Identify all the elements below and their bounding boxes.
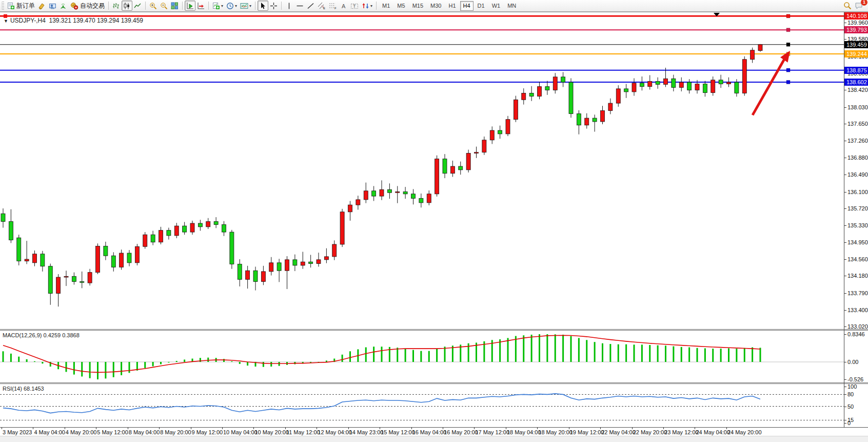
axis-tick-label: 137.260 bbox=[847, 138, 868, 144]
rsi-axis[interactable]: 1008050150 bbox=[844, 384, 868, 427]
cursor-button[interactable] bbox=[258, 1, 268, 11]
signals-button[interactable] bbox=[58, 1, 69, 11]
level-price-label: 139.244 bbox=[844, 50, 868, 57]
toolbar-separator bbox=[376, 2, 377, 10]
macd-axis[interactable]: 0.83460.00-0.526 bbox=[844, 331, 868, 382]
chart-header: ▼USDJPY-,H4 139.321 139.470 139.294 139.… bbox=[4, 17, 143, 24]
chart-shift-icon bbox=[197, 2, 205, 10]
macd-pane[interactable] bbox=[0, 331, 844, 382]
new-order-label: 新订单 bbox=[16, 2, 35, 10]
time-tick-label: 8 May 04:00 bbox=[129, 429, 160, 435]
strategy-tester-button[interactable] bbox=[47, 1, 58, 11]
chart-shift-button[interactable] bbox=[195, 1, 206, 11]
axis-tick-label: 80 bbox=[847, 391, 854, 397]
axis-tick bbox=[844, 293, 846, 294]
equidistant-channel-button[interactable]: E bbox=[316, 1, 327, 11]
time-tick-label: 4 May 20:00 bbox=[66, 429, 97, 435]
time-tick-label: 17 May 12:00 bbox=[475, 429, 509, 435]
level-price-label: 139.793 bbox=[844, 26, 868, 33]
tf-button-M15[interactable]: M15 bbox=[409, 1, 426, 11]
horizontal-line-button[interactable] bbox=[294, 1, 305, 11]
new-order-button[interactable]: 新订单 bbox=[6, 1, 36, 11]
window-bottom-strip bbox=[0, 436, 868, 442]
axis-tick-label: 0 bbox=[847, 420, 851, 426]
axis-tick-label: 135.330 bbox=[847, 222, 868, 228]
tf-button-MN[interactable]: MN bbox=[504, 1, 519, 11]
time-tick bbox=[253, 427, 254, 429]
axis-tick-label: 135.720 bbox=[847, 205, 868, 212]
axis-tick-label: 134.180 bbox=[847, 273, 868, 279]
time-tick bbox=[726, 427, 727, 429]
periods-button[interactable]: ▾ bbox=[225, 1, 239, 11]
time-tick bbox=[317, 427, 317, 429]
templates-button[interactable]: ▾ bbox=[239, 1, 253, 11]
autotrading-button[interactable]: 自动交易 bbox=[69, 1, 106, 11]
tf-button-W1[interactable]: W1 bbox=[489, 1, 504, 11]
horizontal-line-icon bbox=[296, 2, 304, 10]
axis-tick-label: 133.790 bbox=[847, 290, 868, 296]
vertical-line-icon bbox=[285, 2, 293, 10]
time-tick-label: 5 May 12:00 bbox=[97, 429, 128, 435]
tile-windows-button[interactable] bbox=[169, 1, 180, 11]
time-tick-label: 10 May 04:00 bbox=[223, 429, 258, 435]
axis-tick bbox=[844, 141, 846, 141]
periods-icon bbox=[226, 2, 234, 10]
tf-button-H4[interactable]: H4 bbox=[460, 1, 474, 11]
search-button[interactable] bbox=[842, 1, 853, 11]
main-price-chart[interactable] bbox=[0, 12, 844, 329]
time-tick bbox=[380, 427, 380, 429]
tf-button-D1[interactable]: D1 bbox=[475, 1, 488, 11]
time-tick-label: 3 May 2023 bbox=[3, 429, 32, 435]
zoom-out-button[interactable] bbox=[159, 1, 169, 11]
crosshair-button[interactable] bbox=[268, 1, 279, 11]
axis-tick bbox=[844, 362, 846, 362]
level-price-label: 138.875 bbox=[844, 67, 868, 74]
candlestick-chart-button[interactable] bbox=[122, 1, 132, 11]
tf-button-M1[interactable]: M1 bbox=[379, 1, 393, 11]
line-chart-button[interactable] bbox=[132, 1, 143, 11]
time-tick bbox=[411, 427, 412, 429]
axis-tick bbox=[844, 379, 846, 380]
tf-button-H1[interactable]: H1 bbox=[445, 1, 459, 11]
time-tick bbox=[695, 427, 695, 429]
auto-scroll-button[interactable] bbox=[185, 1, 195, 11]
time-tick-label: 24 May 04:00 bbox=[696, 429, 730, 435]
candlestick-chart-icon bbox=[123, 2, 131, 10]
tf-button-M5[interactable]: M5 bbox=[394, 1, 408, 11]
vertical-line-button[interactable] bbox=[284, 1, 294, 11]
axis-tick bbox=[844, 158, 846, 158]
time-axis[interactable]: 3 May 20234 May 04:004 May 20:005 May 12… bbox=[0, 428, 868, 436]
time-tick-label: 18 May 04:00 bbox=[507, 429, 541, 435]
styler-button[interactable] bbox=[36, 1, 47, 11]
trendline-icon bbox=[307, 2, 314, 10]
chat-button[interactable]: 1 bbox=[853, 1, 865, 11]
arrow-objects-button[interactable]: ▾ bbox=[360, 1, 374, 11]
zoom-in-button[interactable] bbox=[148, 1, 159, 11]
text-label-button[interactable]: T bbox=[349, 1, 360, 11]
bar-chart-button[interactable] bbox=[111, 1, 122, 11]
toolbar-grip[interactable] bbox=[2, 2, 4, 10]
fibonacci-button[interactable]: F bbox=[327, 1, 339, 11]
tf-button-M30[interactable]: M30 bbox=[427, 1, 444, 11]
axis-tick bbox=[844, 23, 846, 23]
price-axis[interactable]: 139.960139.580139.190138.800138.420138.0… bbox=[844, 12, 868, 329]
axis-tick bbox=[844, 310, 846, 311]
axis-tick-label: 133.400 bbox=[847, 307, 868, 313]
rsi-pane[interactable] bbox=[0, 384, 844, 427]
indicators-button[interactable]: ▾ bbox=[211, 1, 225, 11]
time-tick bbox=[663, 427, 664, 429]
axis-tick bbox=[844, 242, 846, 243]
level-lines-layer bbox=[0, 14, 844, 84]
trendline-button[interactable] bbox=[305, 1, 316, 11]
level-handle bbox=[786, 43, 790, 46]
rsi-label: RSI(14) 68.1453 bbox=[3, 386, 44, 392]
text-label-icon: T bbox=[350, 2, 359, 10]
toolbar-separator bbox=[255, 2, 255, 10]
time-tick-label: 12 May 04:00 bbox=[318, 429, 352, 435]
symbol-dropdown-icon[interactable]: ▼ bbox=[4, 18, 8, 24]
chevron-down-icon: ▾ bbox=[370, 4, 372, 8]
text-button[interactable]: A bbox=[339, 1, 349, 11]
axis-tick-label: 137.650 bbox=[847, 121, 868, 127]
level-handle bbox=[786, 80, 790, 84]
rsi-line bbox=[3, 394, 760, 413]
